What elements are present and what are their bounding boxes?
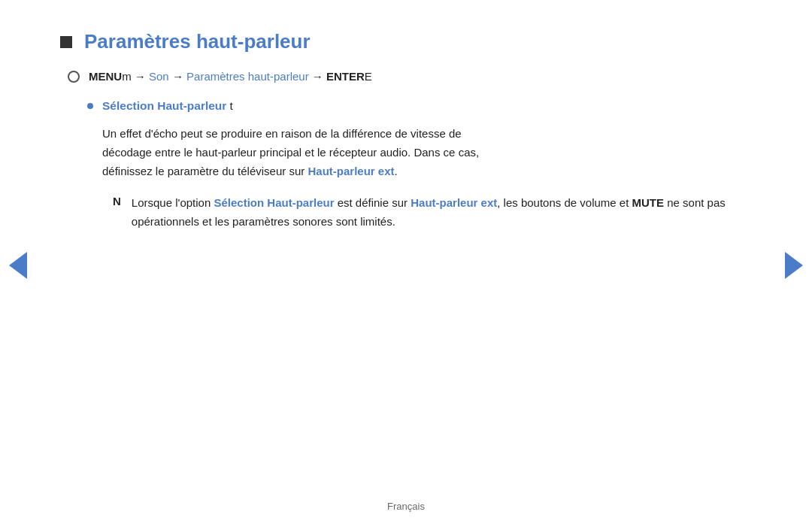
body-line2: décodage entre le haut-parleur principal… (102, 146, 479, 159)
menu-bold: MENU (89, 70, 122, 83)
mute-bold: MUTE (632, 196, 665, 209)
arrow2: → (172, 70, 186, 83)
page-container: Paramètres haut-parleur MENUm → Son → Pa… (0, 0, 812, 530)
note-text: Lorsque l'option Sélection Haut-parleur … (132, 194, 752, 232)
bullet-row: Sélection Haut-parleur t (87, 99, 752, 113)
son-link: Son (149, 70, 169, 83)
enter-suffix: E (365, 70, 372, 83)
title-square-icon (60, 36, 72, 48)
bullet-dot-icon (87, 103, 93, 109)
body-line3-prefix: définissez le paramètre du téléviseur su… (102, 165, 308, 177)
menu-path-row: MENUm → Son → Paramètres haut-parleur → … (68, 70, 752, 83)
bullet-suffix: t (230, 99, 233, 112)
enter-bold: ENTER (326, 70, 365, 83)
body-text: Un effet d'écho peut se produire en rais… (102, 125, 752, 180)
haut-parleur-ext-link: Haut-parleur ext (308, 165, 394, 177)
body-line3-suffix: . (395, 165, 398, 177)
note-rest: , les boutons de volume et (497, 196, 632, 209)
body-line1: Un effet d'écho peut se produire en rais… (102, 127, 462, 140)
title-row: Paramètres haut-parleur (60, 30, 752, 53)
nav-right-arrow[interactable] (785, 252, 803, 279)
params-link: Paramètres haut-parleur (186, 70, 309, 83)
page-title: Paramètres haut-parleur (84, 30, 311, 53)
arrow1: → (135, 70, 149, 83)
circle-icon (68, 71, 80, 83)
bullet-label: Sélection Haut-parleur (102, 99, 226, 112)
note-section: N Lorsque l'option Sélection Haut-parleu… (113, 194, 752, 232)
menu-suffix: m (122, 70, 132, 83)
bullet-section: Sélection Haut-parleur t (87, 99, 752, 113)
note-letter: N (113, 195, 121, 207)
note-prefix: Lorsque l'option (132, 196, 214, 209)
arrow3: → (312, 70, 326, 83)
footer-text: Français (387, 501, 425, 512)
note-middle: est définie sur (335, 196, 411, 209)
nav-left-arrow[interactable] (9, 252, 27, 279)
note-link1: Sélection Haut-parleur (214, 196, 334, 209)
note-link2: Haut-parleur ext (411, 196, 497, 209)
menu-path-text: MENUm → Son → Paramètres haut-parleur → … (89, 70, 372, 83)
